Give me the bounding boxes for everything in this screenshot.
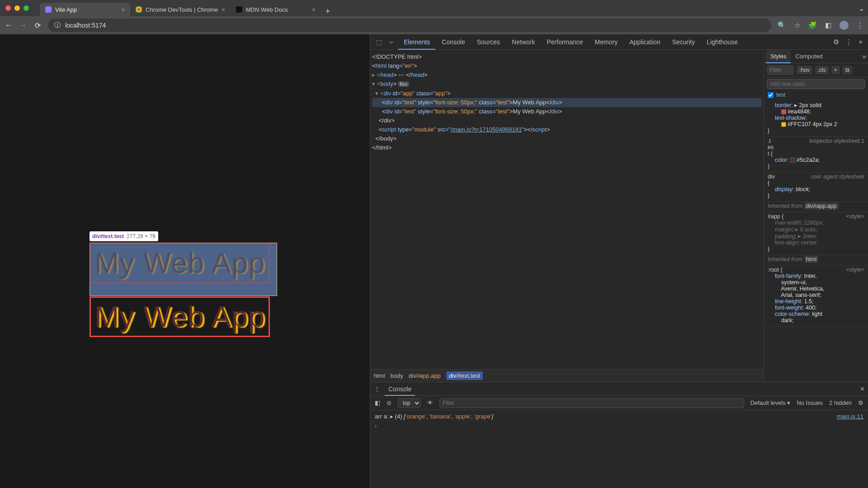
site-info-icon[interactable]: ⓘ — [54, 21, 61, 29]
reload-button[interactable]: ⟳ — [33, 21, 42, 30]
tooltip-selector: div#text.test — [92, 233, 124, 239]
devtools-tab-lighthouse[interactable]: Lighthouse — [701, 34, 743, 50]
style-rule[interactable]: :root {<style> font-family: Inter, syste… — [764, 266, 868, 327]
style-rule[interactable]: .t es t {inspector-stylesheet:1 color: #… — [764, 137, 868, 173]
class-checkbox-row[interactable]: test — [764, 91, 868, 101]
drawer-menu-icon[interactable]: ⋮ — [374, 385, 380, 393]
hov-toggle[interactable]: :hov — [797, 66, 812, 74]
devtools-tab-performance[interactable]: Performance — [541, 34, 588, 50]
console-prompt[interactable]: › — [375, 422, 863, 429]
close-tab-icon[interactable]: × — [312, 6, 316, 13]
dom-node: </body> — [372, 134, 762, 143]
settings-icon[interactable]: ⚙ — [833, 38, 839, 46]
console-log-line: arr a: ▸ (4) ['orange', 'banana', 'apple… — [375, 413, 863, 420]
breadcrumb: html body div#app.app div#text.test — [370, 369, 764, 382]
bookmark-icon[interactable]: ☆ — [794, 21, 800, 29]
close-window-icon[interactable] — [5, 5, 11, 11]
style-rule[interactable]: div user agent stylesheet { display: blo… — [764, 173, 868, 202]
styles-pane: Styles Computed » :hov .cls + ⧉ test — [764, 50, 868, 382]
chevron-down-icon[interactable]: ⌄ — [859, 4, 864, 13]
style-rule[interactable]: border: ▸ 2px solid #ea4848; text-shadow… — [764, 101, 868, 137]
devtools-tab-sources[interactable]: Sources — [472, 34, 505, 50]
minimize-window-icon[interactable] — [14, 5, 20, 11]
console-settings-icon[interactable]: ⚙ — [858, 399, 863, 406]
log-levels-dropdown[interactable]: Default levels ▾ — [750, 399, 791, 406]
hidden-count[interactable]: 2 hidden — [829, 399, 852, 406]
console-sidebar-icon[interactable]: ◧ — [375, 399, 380, 406]
console-drawer: ⋮ Console × ◧ ⊘ top 👁 Default levels ▾ N… — [370, 382, 868, 488]
issues-indicator[interactable]: No Issues — [797, 399, 823, 406]
devtools-panel: ⬚ ⌐ Elements Console Sources Network Per… — [370, 34, 868, 488]
styles-toolbar: :hov .cls + ⧉ — [764, 63, 868, 77]
browser-toolbar: ← → ⟳ ⓘ localhost:5174 🔍 ☆ 🧩 ◧ ⋮ — [0, 16, 868, 34]
devtools-tab-memory[interactable]: Memory — [590, 34, 623, 50]
dom-node: ▾ <div id="app" class="app"> — [372, 89, 762, 98]
flex-badge[interactable]: flex — [398, 81, 409, 87]
close-drawer-icon[interactable]: × — [860, 385, 864, 393]
console-context-select[interactable]: top — [398, 398, 421, 408]
browser-tab-vite[interactable]: Vite App × — [40, 3, 130, 16]
preview-text-1: My Web App — [90, 243, 270, 283]
device-toolbar-icon[interactable]: ⌐ — [386, 38, 397, 46]
page-preview[interactable]: div#text.test 277.29 × 79 My Web App My … — [0, 34, 370, 488]
devtools-tab-console[interactable]: Console — [436, 34, 470, 50]
computed-toggle-icon[interactable]: ⧉ — [843, 66, 852, 74]
browser-tab-strip: Vite App × Chrome DevTools | Chrome × MD… — [0, 0, 868, 16]
dom-node-selected: <div id="text" style="font-size: 50px;" … — [372, 98, 762, 107]
dom-node: <div id="text" style="font-size: 50px;" … — [372, 107, 762, 116]
dom-node: <script type="module" src="/main.js?t=17… — [372, 125, 762, 134]
live-expression-icon[interactable]: 👁 — [427, 399, 433, 406]
close-devtools-icon[interactable]: × — [859, 38, 863, 46]
devtools-tab-elements[interactable]: Elements — [398, 34, 435, 50]
log-source-link[interactable]: main.js:11 — [837, 413, 863, 420]
styles-tab-computed[interactable]: Computed — [791, 50, 827, 63]
tooltip-dimensions: 277.29 × 79 — [127, 233, 156, 239]
menu-icon[interactable]: ⋮ — [857, 21, 863, 29]
crumb-body[interactable]: body — [391, 372, 403, 379]
dom-tree[interactable]: <!DOCTYPE html> <html lang="en"> ▸ <head… — [370, 50, 764, 369]
add-class-input[interactable] — [767, 79, 865, 89]
sidepanel-icon[interactable]: ◧ — [825, 21, 831, 29]
window-controls — [4, 5, 29, 11]
clear-console-icon[interactable]: ⊘ — [387, 399, 392, 406]
more-tabs-icon[interactable]: » — [863, 52, 866, 60]
close-tab-icon[interactable]: × — [222, 6, 225, 13]
inspector-tooltip: div#text.test 277.29 × 79 — [90, 231, 158, 241]
browser-tabs: Vite App × Chrome DevTools | Chrome × MD… — [40, 0, 335, 16]
more-icon[interactable]: ⋮ — [845, 38, 852, 46]
drawer-tab-console[interactable]: Console — [385, 382, 415, 396]
devtools-tab-bar: ⬚ ⌐ Elements Console Sources Network Per… — [370, 34, 868, 50]
maximize-window-icon[interactable] — [24, 5, 29, 11]
toolbar-right: 🔍 ☆ 🧩 ◧ ⋮ — [778, 21, 863, 30]
crumb-selected[interactable]: div#text.test — [446, 371, 483, 380]
dom-node: </html> — [372, 143, 762, 152]
cls-toggle[interactable]: .cls — [815, 66, 829, 74]
class-checkbox[interactable] — [768, 92, 774, 98]
new-style-rule-button[interactable]: + — [831, 66, 840, 74]
style-rule[interactable]: #app {<style> max-width: 1280px; margin:… — [764, 212, 868, 255]
styles-filter-input[interactable] — [767, 65, 794, 75]
profile-avatar[interactable] — [840, 21, 849, 30]
back-button[interactable]: ← — [5, 21, 13, 29]
crumb-app[interactable]: div#app.app — [409, 372, 441, 379]
devtools-tab-network[interactable]: Network — [506, 34, 540, 50]
browser-tab-devtools-docs[interactable]: Chrome DevTools | Chrome × — [130, 3, 231, 16]
inspect-element-icon[interactable]: ⬚ — [373, 38, 385, 46]
dom-node: <!DOCTYPE html> — [372, 52, 762, 61]
devtools-tab-application[interactable]: Application — [624, 34, 666, 50]
elements-pane: <!DOCTYPE html> <html lang="en"> ▸ <head… — [370, 50, 764, 382]
address-bar[interactable]: ⓘ localhost:5174 — [48, 19, 771, 32]
close-tab-icon[interactable]: × — [121, 6, 125, 13]
extensions-icon[interactable]: 🧩 — [808, 21, 817, 29]
styles-tab-styles[interactable]: Styles — [766, 50, 791, 63]
console-output[interactable]: arr a: ▸ (4) ['orange', 'banana', 'apple… — [370, 410, 868, 488]
forward-button[interactable]: → — [19, 21, 27, 29]
dom-node: ▾ <body>flex — [372, 80, 762, 89]
search-icon[interactable]: 🔍 — [778, 21, 786, 29]
crumb-html[interactable]: html — [374, 372, 385, 379]
dom-node: ▸ <head> ⋯ </head> — [372, 70, 762, 80]
browser-tab-mdn[interactable]: MDN Web Docs × — [231, 3, 321, 16]
console-filter-input[interactable] — [439, 398, 744, 408]
devtools-tab-security[interactable]: Security — [667, 34, 701, 50]
new-tab-button[interactable]: + — [321, 7, 335, 16]
